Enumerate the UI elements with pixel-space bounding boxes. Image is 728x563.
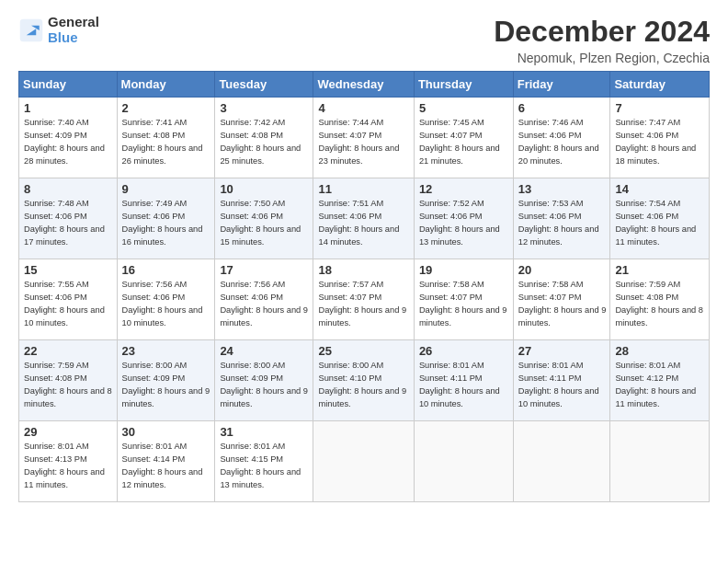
day-detail: Sunrise: 7:53 AM Sunset: 4:06 PM Dayligh… (518, 198, 607, 249)
day-number: 14 (615, 182, 705, 196)
calendar-cell (313, 421, 414, 502)
day-detail: Sunrise: 7:56 AM Sunset: 4:06 PM Dayligh… (122, 279, 211, 330)
logo-text-general: General (48, 15, 99, 30)
sunrise-text: Sunrise: 8:01 AM (122, 441, 211, 454)
daylight-text: Daylight: 8 hours and 10 minutes. (24, 304, 113, 330)
day-detail: Sunrise: 7:59 AM Sunset: 4:08 PM Dayligh… (615, 279, 705, 330)
sunset-text: Sunset: 4:09 PM (24, 130, 113, 143)
sunrise-text: Sunrise: 7:57 AM (318, 279, 409, 292)
sunset-text: Sunset: 4:07 PM (419, 130, 509, 143)
logo-text-blue: Blue (48, 30, 99, 46)
daylight-text: Daylight: 8 hours and 16 minutes. (122, 224, 211, 249)
calendar-cell: 7 Sunrise: 7:47 AM Sunset: 4:06 PM Dayli… (610, 98, 710, 178)
sunset-text: Sunset: 4:06 PM (518, 130, 607, 143)
sunrise-text: Sunrise: 7:55 AM (24, 279, 113, 292)
sunrise-text: Sunrise: 7:41 AM (122, 117, 211, 130)
sunrise-text: Sunrise: 7:50 AM (220, 198, 309, 211)
sunrise-text: Sunrise: 8:01 AM (419, 360, 509, 373)
sunrise-text: Sunrise: 7:49 AM (122, 198, 211, 211)
day-number: 24 (220, 344, 309, 358)
day-detail: Sunrise: 8:00 AM Sunset: 4:09 PM Dayligh… (220, 360, 309, 411)
daylight-text: Daylight: 8 hours and 8 minutes. (615, 304, 705, 330)
calendar-cell (513, 421, 610, 502)
sunset-text: Sunset: 4:06 PM (419, 211, 509, 224)
day-detail: Sunrise: 7:47 AM Sunset: 4:06 PM Dayligh… (615, 117, 705, 168)
sunrise-text: Sunrise: 7:56 AM (122, 279, 211, 292)
day-detail: Sunrise: 8:01 AM Sunset: 4:12 PM Dayligh… (615, 360, 705, 411)
calendar-cell: 4 Sunrise: 7:44 AM Sunset: 4:07 PM Dayli… (313, 98, 414, 178)
day-number: 15 (24, 263, 113, 277)
sunrise-text: Sunrise: 7:47 AM (615, 117, 705, 130)
calendar-cell: 21 Sunrise: 7:59 AM Sunset: 4:08 PM Dayl… (610, 259, 710, 340)
sunrise-text: Sunrise: 8:01 AM (518, 360, 607, 373)
day-number: 11 (318, 182, 409, 196)
sunrise-text: Sunrise: 7:45 AM (419, 117, 509, 130)
day-detail: Sunrise: 7:54 AM Sunset: 4:06 PM Dayligh… (615, 198, 705, 249)
calendar-cell: 26 Sunrise: 8:01 AM Sunset: 4:11 PM Dayl… (414, 340, 513, 421)
day-detail: Sunrise: 7:46 AM Sunset: 4:06 PM Dayligh… (518, 117, 607, 168)
day-detail: Sunrise: 8:01 AM Sunset: 4:13 PM Dayligh… (24, 441, 113, 492)
sunset-text: Sunset: 4:06 PM (24, 211, 113, 224)
day-detail: Sunrise: 8:00 AM Sunset: 4:09 PM Dayligh… (122, 360, 211, 411)
sunrise-text: Sunrise: 7:44 AM (318, 117, 409, 130)
day-number: 5 (419, 101, 509, 115)
sunset-text: Sunset: 4:11 PM (518, 373, 607, 385)
calendar-cell: 3 Sunrise: 7:42 AM Sunset: 4:08 PM Dayli… (215, 98, 313, 178)
day-number: 25 (318, 344, 409, 358)
calendar-cell: 24 Sunrise: 8:00 AM Sunset: 4:09 PM Dayl… (215, 340, 313, 421)
daylight-text: Daylight: 8 hours and 12 minutes. (122, 466, 211, 492)
calendar-cell: 5 Sunrise: 7:45 AM Sunset: 4:07 PM Dayli… (414, 98, 513, 178)
day-number: 31 (220, 425, 309, 439)
sunset-text: Sunset: 4:09 PM (122, 373, 211, 385)
daylight-text: Daylight: 8 hours and 11 minutes. (615, 224, 705, 249)
calendar-cell (610, 421, 710, 502)
daylight-text: Daylight: 8 hours and 10 minutes. (122, 304, 211, 330)
sunset-text: Sunset: 4:08 PM (24, 373, 113, 385)
day-of-week-tuesday: Tuesday (215, 72, 313, 98)
daylight-text: Daylight: 8 hours and 13 minutes. (220, 466, 309, 492)
sunrise-text: Sunrise: 7:58 AM (518, 279, 607, 292)
sunset-text: Sunset: 4:07 PM (318, 130, 409, 143)
sunset-text: Sunset: 4:08 PM (122, 130, 211, 143)
sunset-text: Sunset: 4:11 PM (419, 373, 509, 385)
daylight-text: Daylight: 8 hours and 9 minutes. (220, 385, 309, 411)
sunrise-text: Sunrise: 7:52 AM (419, 198, 509, 211)
day-detail: Sunrise: 8:01 AM Sunset: 4:11 PM Dayligh… (518, 360, 607, 411)
header: General Blue December 2024 Nepomuk, Plze… (18, 15, 710, 65)
daylight-text: Daylight: 8 hours and 12 minutes. (518, 224, 607, 249)
sunrise-text: Sunrise: 8:00 AM (220, 360, 309, 373)
day-detail: Sunrise: 7:51 AM Sunset: 4:06 PM Dayligh… (318, 198, 409, 249)
sunrise-text: Sunrise: 7:53 AM (518, 198, 607, 211)
daylight-text: Daylight: 8 hours and 9 minutes. (220, 304, 309, 330)
calendar-cell: 25 Sunrise: 8:00 AM Sunset: 4:10 PM Dayl… (313, 340, 414, 421)
sunrise-text: Sunrise: 7:58 AM (419, 279, 509, 292)
sunrise-text: Sunrise: 8:00 AM (318, 360, 409, 373)
day-detail: Sunrise: 7:44 AM Sunset: 4:07 PM Dayligh… (318, 117, 409, 168)
calendar-cell: 30 Sunrise: 8:01 AM Sunset: 4:14 PM Dayl… (117, 421, 215, 502)
calendar-cell (414, 421, 513, 502)
calendar-cell: 19 Sunrise: 7:58 AM Sunset: 4:07 PM Dayl… (414, 259, 513, 340)
logo-text: General Blue (48, 15, 99, 45)
day-number: 18 (318, 263, 409, 277)
calendar-cell: 17 Sunrise: 7:56 AM Sunset: 4:06 PM Dayl… (215, 259, 313, 340)
day-detail: Sunrise: 8:01 AM Sunset: 4:15 PM Dayligh… (220, 441, 309, 492)
day-number: 21 (615, 263, 705, 277)
sunset-text: Sunset: 4:06 PM (318, 211, 409, 224)
day-detail: Sunrise: 7:49 AM Sunset: 4:06 PM Dayligh… (122, 198, 211, 249)
day-detail: Sunrise: 7:41 AM Sunset: 4:08 PM Dayligh… (122, 117, 211, 168)
day-number: 22 (24, 344, 113, 358)
sunrise-text: Sunrise: 8:01 AM (220, 441, 309, 454)
daylight-text: Daylight: 8 hours and 14 minutes. (318, 224, 409, 249)
day-detail: Sunrise: 7:40 AM Sunset: 4:09 PM Dayligh… (24, 117, 113, 168)
sunset-text: Sunset: 4:06 PM (518, 211, 607, 224)
day-detail: Sunrise: 7:55 AM Sunset: 4:06 PM Dayligh… (24, 279, 113, 330)
sunset-text: Sunset: 4:10 PM (318, 373, 409, 385)
sunset-text: Sunset: 4:06 PM (615, 130, 705, 143)
logo-icon (18, 17, 44, 43)
daylight-text: Daylight: 8 hours and 23 minutes. (318, 143, 409, 168)
sunrise-text: Sunrise: 7:51 AM (318, 198, 409, 211)
sunset-text: Sunset: 4:06 PM (122, 211, 211, 224)
sunrise-text: Sunrise: 7:56 AM (220, 279, 309, 292)
day-detail: Sunrise: 7:50 AM Sunset: 4:06 PM Dayligh… (220, 198, 309, 249)
daylight-text: Daylight: 8 hours and 8 minutes. (24, 385, 113, 411)
